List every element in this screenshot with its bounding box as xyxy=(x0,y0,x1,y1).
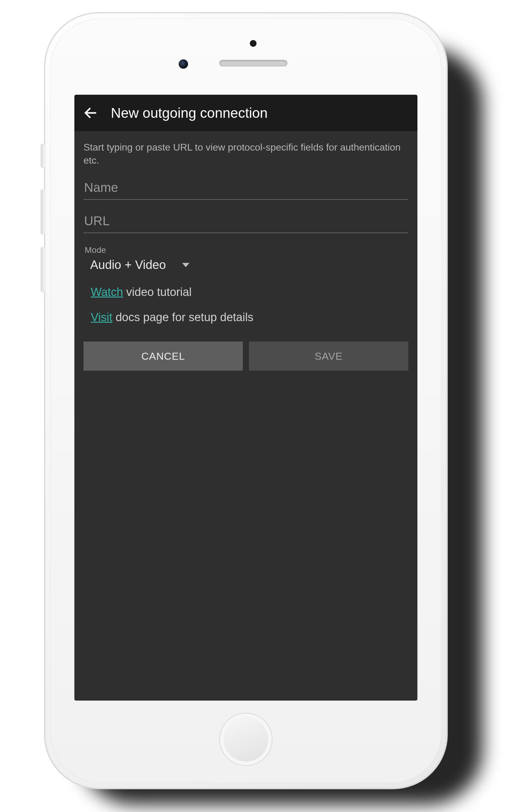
chevron-down-icon xyxy=(182,263,190,267)
earpiece-speaker xyxy=(219,60,287,66)
phone-inner-bezel: New outgoing connection Start typing or … xyxy=(50,19,442,783)
mode-field: Mode Audio + Video xyxy=(84,245,408,273)
url-input[interactable] xyxy=(84,211,408,233)
watch-tutorial-row: Watch video tutorial xyxy=(91,286,408,299)
back-arrow-icon[interactable] xyxy=(83,105,98,120)
page-title: New outgoing connection xyxy=(111,105,268,121)
cancel-button[interactable]: CANCEL xyxy=(84,342,243,371)
content-area: Start typing or paste URL to view protoc… xyxy=(74,131,418,701)
url-field-wrapper xyxy=(84,211,408,233)
proximity-sensor xyxy=(250,40,256,47)
watch-rest-text: video tutorial xyxy=(123,286,192,298)
app-bar: New outgoing connection xyxy=(74,95,418,131)
visit-rest-text: docs page for setup details xyxy=(112,311,254,324)
volume-up-button xyxy=(41,189,45,235)
screen: New outgoing connection Start typing or … xyxy=(74,95,418,701)
volume-down-button xyxy=(41,247,45,292)
watch-link[interactable]: Watch xyxy=(91,286,123,298)
save-button[interactable]: SAVE xyxy=(249,342,408,371)
name-field-wrapper xyxy=(84,177,408,200)
phone-frame: New outgoing connection Start typing or … xyxy=(44,12,448,789)
mode-selected-value: Audio + Video xyxy=(90,258,166,272)
hint-text: Start typing or paste URL to view protoc… xyxy=(84,141,408,167)
mute-switch xyxy=(41,144,45,168)
home-button[interactable] xyxy=(220,713,273,766)
mode-dropdown[interactable]: Audio + Video xyxy=(84,257,408,273)
button-row: CANCEL SAVE xyxy=(84,342,408,371)
visit-link[interactable]: Visit xyxy=(91,311,112,324)
mode-label: Mode xyxy=(85,245,408,255)
name-input[interactable] xyxy=(84,177,408,200)
front-camera xyxy=(178,59,189,69)
visit-docs-row: Visit docs page for setup details xyxy=(91,311,408,324)
